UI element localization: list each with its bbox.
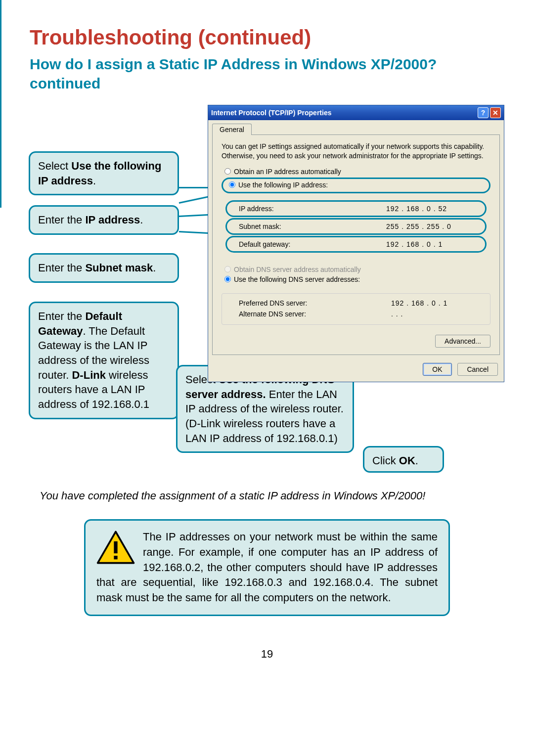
- callout-default-gateway: Enter the Default Gateway. The Default G…: [29, 302, 179, 419]
- tcpip-properties-dialog: Internet Protocol (TCP/IP) Properties ? …: [208, 105, 504, 382]
- highlight-gateway: Default gateway: 192 . 168 . 0 . 1: [225, 236, 487, 253]
- text: Enter the: [38, 214, 85, 226]
- dialog-title: Internet Protocol (TCP/IP) Properties: [211, 109, 476, 117]
- text-bold: OK: [399, 454, 415, 467]
- callout-ip-address: Enter the IP address.: [29, 205, 179, 235]
- radio-input[interactable]: [224, 168, 231, 175]
- radio-label: Use the following DNS server addresses:: [234, 275, 360, 283]
- radio-obtain-dns: Obtain DNS server address automatically: [224, 266, 490, 273]
- text: Enter the: [38, 262, 85, 274]
- text: Select: [38, 160, 71, 172]
- callout-use-following-ip: Select Use the following IP address.: [29, 151, 179, 195]
- text: .: [415, 454, 418, 467]
- pref-dns-value[interactable]: 192 . 168 . 0 . 1: [391, 299, 485, 307]
- text: .: [153, 262, 156, 274]
- tab-general[interactable]: General: [212, 124, 252, 135]
- radio-input[interactable]: [229, 181, 235, 188]
- text-bold: Subnet mask: [85, 262, 153, 274]
- ip-fields: IP address: 192 . 168 . 0 . 52 Subnet ma…: [222, 196, 490, 257]
- radio-obtain-ip[interactable]: Obtain an IP address automatically: [224, 168, 490, 176]
- dialog-description: You can get IP settings assigned automat…: [222, 142, 490, 161]
- completion-text: You have completed the assignment of a s…: [40, 489, 494, 502]
- radio-input: [224, 266, 231, 272]
- callout-subnet-mask: Enter the Subnet mask.: [29, 253, 179, 283]
- dialog-titlebar[interactable]: Internet Protocol (TCP/IP) Properties ? …: [208, 105, 504, 120]
- ip-address-label: IP address:: [232, 205, 386, 213]
- dns-fields: Preferred DNS server: 192 . 168 . 0 . 1 …: [222, 293, 490, 325]
- radio-use-dns[interactable]: Use the following DNS server addresses:: [224, 275, 490, 283]
- page-number: 19: [0, 648, 534, 661]
- svg-rect-1: [114, 541, 117, 553]
- page-title: Troubleshooting (continued): [30, 26, 311, 49]
- note-box: The IP addresses on your network must be…: [84, 519, 450, 616]
- highlight-subnet: Subnet mask: 255 . 255 . 255 . 0: [225, 218, 487, 235]
- text: Enter the: [38, 310, 85, 322]
- radio-label: Obtain an IP address automatically: [234, 168, 341, 176]
- radio-label: Use the following IP address:: [238, 181, 328, 189]
- cancel-button[interactable]: Cancel: [457, 363, 498, 376]
- pref-dns-label: Preferred DNS server:: [232, 299, 391, 307]
- text: Click: [372, 454, 399, 467]
- help-button[interactable]: ?: [478, 107, 489, 118]
- text-bold: D-Link: [72, 369, 105, 381]
- connector-line: [0, 104, 1, 208]
- advanced-button[interactable]: Advanced...: [435, 335, 490, 348]
- warning-icon: [96, 531, 135, 564]
- dialog-button-row: OK Cancel: [208, 359, 504, 382]
- ip-address-value[interactable]: 192 . 168 . 0 . 52: [386, 205, 480, 213]
- svg-rect-2: [114, 556, 117, 559]
- subnet-value[interactable]: 255 . 255 . 255 . 0: [386, 222, 480, 230]
- connector-line: [0, 0, 1, 104]
- gateway-value[interactable]: 192 . 168 . 0 . 1: [386, 240, 480, 248]
- text: .: [93, 175, 96, 187]
- subnet-label: Subnet mask:: [232, 222, 386, 230]
- alt-dns-value[interactable]: . . .: [391, 310, 485, 318]
- ok-button[interactable]: OK: [423, 363, 451, 376]
- highlight-ip-address: IP address: 192 . 168 . 0 . 52: [225, 200, 487, 217]
- text-bold: IP address: [85, 214, 140, 226]
- advanced-row: Advanced...: [222, 335, 490, 348]
- gateway-label: Default gateway:: [232, 240, 386, 248]
- tab-strip: General: [208, 120, 504, 134]
- alt-dns-label: Alternate DNS server:: [232, 310, 391, 318]
- highlight-use-ip: Use the following IP address:: [222, 178, 490, 193]
- text: .: [140, 214, 143, 226]
- radio-input[interactable]: [224, 276, 231, 282]
- page-subtitle: How do I assign a Static IP Address in W…: [30, 54, 499, 93]
- radio-use-ip[interactable]: Use the following IP address:: [229, 181, 486, 189]
- note-text: The IP addresses on your network must be…: [96, 531, 438, 604]
- tab-panel-general: You can get IP settings assigned automat…: [212, 134, 500, 355]
- close-button[interactable]: ✕: [490, 107, 501, 118]
- radio-label: Obtain DNS server address automatically: [234, 266, 361, 273]
- callout-click-ok: Click OK.: [363, 446, 444, 473]
